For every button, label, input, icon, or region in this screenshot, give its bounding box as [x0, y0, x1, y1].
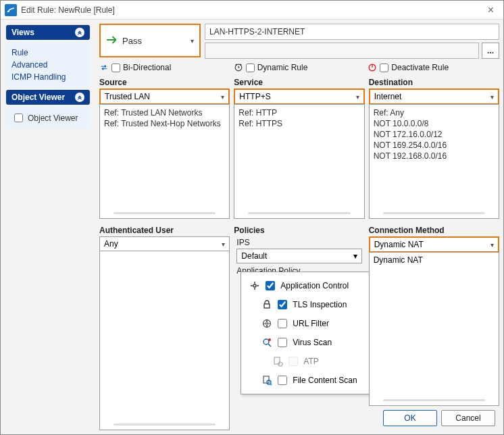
- policy-url-filter[interactable]: URL Filter: [244, 314, 386, 333]
- auth-user-select[interactable]: Any ▾: [99, 236, 230, 251]
- titlebar: Edit Rule: NewRule [Rule] ×: [1, 1, 503, 20]
- list-item[interactable]: NOT 10.0.0.0/8: [374, 118, 495, 129]
- chevron-down-icon: ▾: [490, 93, 494, 101]
- description-more-button[interactable]: ...: [482, 43, 499, 59]
- service-select[interactable]: HTTP+S ▾: [234, 88, 364, 105]
- svg-rect-4: [264, 304, 270, 308]
- cancel-button[interactable]: Cancel: [441, 410, 495, 426]
- conn-method-select[interactable]: Dynamic NAT ▾: [369, 236, 499, 253]
- chevron-down-icon: ▾: [222, 240, 225, 248]
- policy-app-control[interactable]: Application Control: [244, 276, 386, 295]
- svg-point-6: [263, 339, 269, 344]
- policy-tls[interactable]: TLS Inspection: [244, 295, 386, 314]
- chevron-down-icon: ▾: [356, 93, 359, 101]
- pass-arrow-icon: [106, 34, 118, 48]
- ips-label: IPS: [234, 236, 364, 247]
- policies-header: Policies: [234, 224, 364, 236]
- deactivate-rule-option[interactable]: Deactivate Rule: [368, 63, 499, 72]
- list-item[interactable]: NOT 169.254.0.0/16: [374, 140, 495, 151]
- chevron-up-icon: [75, 93, 84, 102]
- ips-select[interactable]: Default ▾: [236, 249, 361, 263]
- list-item[interactable]: Ref: Trusted LAN Networks: [104, 107, 225, 118]
- app-icon: [5, 4, 17, 16]
- policy-atp[interactable]: ATP: [244, 352, 386, 371]
- description-input[interactable]: [205, 43, 479, 59]
- svg-rect-10: [263, 376, 269, 383]
- chevron-up-icon: [75, 28, 84, 37]
- list-item[interactable]: Ref: Any: [374, 107, 495, 118]
- svg-point-0: [8, 11, 9, 12]
- list-item[interactable]: Ref: Trusted Next-Hop Networks: [104, 118, 225, 129]
- svg-point-3: [253, 284, 256, 287]
- bidirectional-option[interactable]: Bi-Directional: [99, 63, 231, 72]
- destination-list[interactable]: Ref: Any NOT 10.0.0.0/8 NOT 172.16.0.0/1…: [369, 104, 499, 219]
- sidebar-item-rule[interactable]: Rule: [11, 47, 84, 59]
- sidebar-item-icmp[interactable]: ICMP Handling: [11, 71, 84, 83]
- app-policy-popup: Application Control TLS Inspection URL F…: [241, 272, 389, 394]
- conn-method-header: Connection Method: [369, 224, 499, 236]
- destination-select[interactable]: Internet ▾: [369, 88, 499, 105]
- object-viewer-checkbox[interactable]: Object Viewer: [11, 111, 84, 124]
- action-select[interactable]: Pass ▾: [99, 24, 201, 57]
- sidebar-item-advanced[interactable]: Advanced: [11, 59, 84, 71]
- list-item[interactable]: NOT 192.168.0.0/16: [374, 151, 495, 161]
- views-header[interactable]: Views: [6, 25, 90, 40]
- list-item[interactable]: Ref: HTTPS: [238, 118, 359, 129]
- rule-name-input[interactable]: [205, 24, 499, 40]
- auth-user-list[interactable]: [99, 251, 230, 430]
- policy-virus-scan[interactable]: Virus Scan: [244, 333, 386, 352]
- conn-method-list[interactable]: Dynamic NAT: [369, 252, 499, 406]
- auth-user-header: Authenticated User: [99, 224, 230, 236]
- chevron-down-icon: ▾: [490, 241, 494, 249]
- ok-button[interactable]: OK: [383, 410, 437, 426]
- chevron-down-icon: ▾: [353, 251, 357, 261]
- list-item[interactable]: Ref: HTTP: [238, 107, 359, 118]
- service-list[interactable]: Ref: HTTP Ref: HTTPS: [234, 104, 364, 219]
- chevron-down-icon: ▾: [221, 93, 224, 101]
- source-select[interactable]: Trusted LAN ▾: [99, 88, 230, 105]
- svg-point-7: [268, 338, 271, 341]
- dynamic-rule-option[interactable]: Dynamic Rule: [234, 63, 366, 72]
- source-list[interactable]: Ref: Trusted LAN Networks Ref: Trusted N…: [99, 104, 230, 219]
- list-item[interactable]: NOT 172.16.0.0/12: [374, 129, 495, 140]
- object-viewer-header[interactable]: Object Viewer: [6, 90, 90, 105]
- chevron-down-icon: ▾: [191, 37, 194, 45]
- policy-file-content[interactable]: File Content Scan: [244, 371, 386, 390]
- window-title: Edit Rule: NewRule [Rule]: [21, 5, 115, 15]
- source-header: Source: [99, 76, 230, 88]
- service-header: Service: [234, 76, 364, 88]
- list-item[interactable]: Dynamic NAT: [374, 255, 495, 265]
- destination-header: Destination: [369, 76, 499, 88]
- close-icon[interactable]: ×: [482, 4, 499, 16]
